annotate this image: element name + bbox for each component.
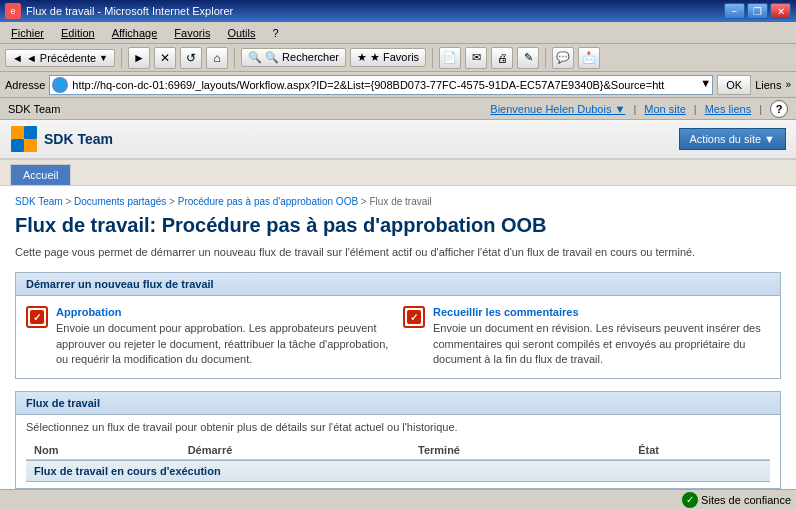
discuss-button[interactable]: 💬 (552, 47, 574, 69)
stop-button[interactable]: ✕ (154, 47, 176, 69)
toolbar-separator-1 (121, 48, 122, 68)
breadcrumb-docs-partages[interactable]: Documents partagés (74, 196, 166, 207)
menu-aide[interactable]: ? (267, 25, 285, 41)
print-button[interactable]: 🖨 (491, 47, 513, 69)
sp-topbar-right: Bienvenue Helen Dubois ▼ | Mon site | Me… (490, 100, 788, 118)
col-demarre: Démarré (180, 441, 410, 460)
breadcrumb-procedure[interactable]: Procédure pas à pas d'approbation OOB (178, 196, 358, 207)
menu-fichier[interactable]: Fichier (5, 25, 50, 41)
topbar-separator-3: | (759, 103, 762, 115)
menu-bar: Fichier Edition Affichage Favoris Outils… (0, 22, 796, 44)
links-extend-icon: » (785, 79, 791, 90)
recueillir-check-icon: ✓ (410, 312, 418, 323)
approbation-icon-wrap: ✓ (26, 306, 48, 328)
refresh-button[interactable]: ↺ (180, 47, 202, 69)
app-icon: e (5, 3, 21, 19)
sp-logo-icon (10, 125, 38, 153)
favorites-button[interactable]: ★ ★ Favoris (350, 48, 426, 67)
address-input-wrap: 🌐 ▼ (49, 75, 713, 95)
running-header: Flux de travail en cours d'exécution (26, 460, 770, 482)
sp-nav: Accueil (0, 160, 796, 186)
my-site-link[interactable]: Mon site (644, 103, 686, 115)
close-button[interactable]: ✕ (770, 3, 791, 19)
page-description: Cette page vous permet de démarrer un no… (15, 245, 781, 260)
approbation-icon-outer: ✓ (26, 306, 48, 328)
mail-button[interactable]: ✉ (465, 47, 487, 69)
sp-site-name: SDK Team (8, 103, 60, 115)
forward-button[interactable]: ► (128, 47, 150, 69)
status-badge: ✓ Sites de confiance (682, 492, 791, 508)
address-input[interactable] (49, 75, 713, 95)
start-section: Démarrer un nouveau flux de travail ✓ Ap… (15, 272, 781, 378)
recueillir-link[interactable]: Recueillir les commentaires (433, 306, 579, 318)
my-links-link[interactable]: Mes liens (705, 103, 751, 115)
minimize-button[interactable]: − (724, 3, 745, 19)
approbation-check-icon: ✓ (33, 312, 41, 323)
svg-rect-1 (24, 126, 37, 139)
status-badge-label: Sites de confiance (701, 494, 791, 506)
workflow-section: Flux de travail Sélectionnez un flux de … (15, 391, 781, 489)
favorites-icon: ★ (357, 51, 367, 64)
approbation-link[interactable]: Approbation (56, 306, 121, 318)
links-label: Liens (755, 79, 781, 91)
sp-header: SDK Team Actions du site ▼ (0, 120, 796, 160)
tab-accueil[interactable]: Accueil (10, 164, 71, 185)
toolbar-separator-3 (432, 48, 433, 68)
recueillir-icon-inner: ✓ (407, 310, 421, 324)
menu-edition[interactable]: Edition (55, 25, 101, 41)
recueillir-icon-outer: ✓ (403, 306, 425, 328)
edit-button[interactable]: ✎ (517, 47, 539, 69)
welcome-dropdown[interactable]: Bienvenue Helen Dubois ▼ (490, 103, 625, 115)
address-bar: Adresse 🌐 ▼ OK Liens » (0, 72, 796, 98)
sp-logo: SDK Team (10, 125, 113, 153)
menu-favoris[interactable]: Favoris (168, 25, 216, 41)
sp-logo-text: SDK Team (44, 131, 113, 147)
toolbar: ◄ ◄ Précédente ▼ ► ✕ ↺ ⌂ 🔍 🔍 Rechercher … (0, 44, 796, 72)
back-icon: ◄ (12, 52, 23, 64)
workflow-section-header: Flux de travail (16, 392, 780, 415)
status-right: ✓ Sites de confiance (682, 492, 791, 508)
messenger-button[interactable]: 📩 (578, 47, 600, 69)
restore-button[interactable]: ❐ (747, 3, 768, 19)
workflow-section-body: Sélectionnez un flux de travail pour obt… (16, 415, 780, 488)
help-button[interactable]: ? (770, 100, 788, 118)
start-section-header: Démarrer un nouveau flux de travail (16, 273, 780, 296)
window-title: Flux de travail - Microsoft Internet Exp… (26, 5, 233, 17)
sp-topbar: SDK Team Bienvenue Helen Dubois ▼ | Mon … (0, 98, 796, 120)
workflow-section-description: Sélectionnez un flux de travail pour obt… (26, 421, 770, 433)
table-header-row: Nom Démarré Terminé État (26, 441, 770, 460)
workflow-item-approbation: ✓ Approbation Envoie un document pour ap… (26, 306, 393, 367)
site-actions-button[interactable]: Actions du site ▼ (679, 128, 786, 150)
col-termine: Terminé (410, 441, 630, 460)
menu-outils[interactable]: Outils (221, 25, 261, 41)
recueillir-details: Recueillir les commentaires Envoie un do… (433, 306, 770, 367)
back-button[interactable]: ◄ ◄ Précédente ▼ (5, 49, 115, 67)
svg-rect-2 (11, 139, 24, 152)
recueillir-icon-wrap: ✓ (403, 306, 425, 328)
status-bar: ✓ Sites de confiance (0, 489, 796, 509)
breadcrumb-sdk-team[interactable]: SDK Team (15, 196, 63, 207)
go-button[interactable]: OK (717, 75, 751, 95)
approbation-description: Envoie un document pour approbation. Les… (56, 321, 393, 367)
history-button[interactable]: 📄 (439, 47, 461, 69)
col-nom: Nom (26, 441, 180, 460)
breadcrumb-sep-2: > (169, 196, 178, 207)
title-bar: e Flux de travail - Microsoft Internet E… (0, 0, 796, 22)
search-button[interactable]: 🔍 🔍 Rechercher (241, 48, 346, 67)
address-globe-icon: 🌐 (52, 77, 68, 93)
recueillir-description: Envoie un document en révision. Les révi… (433, 321, 770, 367)
workflow-item-recueillir: ✓ Recueillir les commentaires Envoie un … (403, 306, 770, 367)
approbation-details: Approbation Envoie un document pour appr… (56, 306, 393, 367)
breadcrumb-current: Flux de travail (369, 196, 431, 207)
topbar-separator-2: | (694, 103, 697, 115)
svg-rect-3 (24, 139, 37, 152)
breadcrumb: SDK Team > Documents partagés > Procédur… (15, 196, 781, 207)
workflow-table: Nom Démarré Terminé État (26, 441, 770, 460)
workflow-grid: ✓ Approbation Envoie un document pour ap… (26, 306, 770, 367)
breadcrumb-sep-1: > (65, 196, 74, 207)
address-dropdown-icon[interactable]: ▼ (700, 77, 711, 89)
menu-affichage[interactable]: Affichage (106, 25, 164, 41)
page-title: Flux de travail: Procédure pas à pas d'a… (15, 213, 781, 237)
search-icon: 🔍 (248, 51, 262, 64)
home-button[interactable]: ⌂ (206, 47, 228, 69)
